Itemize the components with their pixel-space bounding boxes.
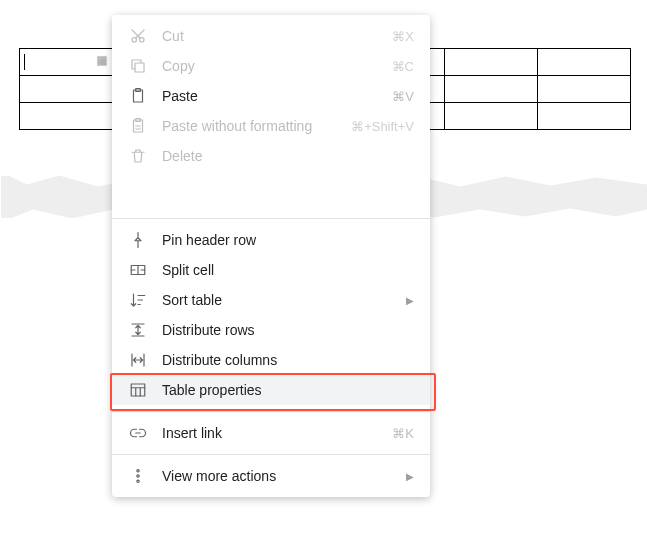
table-cell[interactable]: [20, 76, 114, 103]
menu-label: Paste without formatting: [162, 118, 341, 134]
menu-shortcut: ⌘X: [392, 29, 414, 44]
menu-label: Distribute columns: [162, 352, 414, 368]
menu-label: Copy: [162, 58, 382, 74]
menu-label: View more actions: [162, 468, 406, 484]
menu-item-cut: Cut ⌘X: [112, 21, 430, 51]
more-icon: [128, 466, 148, 486]
menu-label: Distribute rows: [162, 322, 414, 338]
menu-label: Paste: [162, 88, 382, 104]
menu-shortcut: ⌘C: [392, 59, 414, 74]
menu-shortcut: ⌘K: [392, 426, 414, 441]
menu-item-distribute-rows[interactable]: Distribute rows: [112, 315, 430, 345]
svg-point-9: [137, 470, 139, 472]
menu-shortcut: ⌘+Shift+V: [351, 119, 414, 134]
separator: [112, 411, 430, 412]
context-menu: Cut ⌘X Copy ⌘C Paste ⌘V Paste without fo…: [112, 15, 430, 497]
submenu-arrow-icon: ▶: [406, 471, 414, 482]
menu-label: Table properties: [162, 382, 414, 398]
svg-point-11: [137, 480, 139, 482]
table-icon: [128, 380, 148, 400]
split-cell-icon: [128, 260, 148, 280]
copy-icon: [128, 56, 148, 76]
scissors-icon: [128, 26, 148, 46]
table-cell[interactable]: [445, 49, 538, 76]
document-canvas: Cut ⌘X Copy ⌘C Paste ⌘V Paste without fo…: [0, 0, 647, 539]
trash-icon: [128, 146, 148, 166]
sort-icon: [128, 290, 148, 310]
menu-item-paste[interactable]: Paste ⌘V: [112, 81, 430, 111]
menu-label: Pin header row: [162, 232, 414, 248]
table-cell[interactable]: [20, 103, 114, 130]
submenu-arrow-icon: ▶: [406, 295, 414, 306]
table-cell[interactable]: [538, 103, 631, 130]
menu-label: Split cell: [162, 262, 414, 278]
clipboard-plain-icon: [128, 116, 148, 136]
distribute-columns-icon: [128, 350, 148, 370]
svg-point-10: [137, 475, 139, 477]
table-cell[interactable]: [538, 49, 631, 76]
menu-item-split-cell[interactable]: Split cell: [112, 255, 430, 285]
menu-label: Delete: [162, 148, 414, 164]
pin-icon: [128, 230, 148, 250]
menu-item-paste-without-formatting: Paste without formatting ⌘+Shift+V: [112, 111, 430, 141]
menu-item-pin-header-row[interactable]: Pin header row: [112, 225, 430, 255]
menu-item-copy: Copy ⌘C: [112, 51, 430, 81]
menu-shortcut: ⌘V: [392, 89, 414, 104]
distribute-rows-icon: [128, 320, 148, 340]
separator: [112, 218, 430, 219]
table-cell[interactable]: [20, 49, 114, 76]
menu-item-insert-link[interactable]: Insert link ⌘K: [112, 418, 430, 448]
svg-rect-8: [131, 384, 145, 396]
drag-handle-icon[interactable]: [95, 54, 109, 68]
menu-label: Cut: [162, 28, 382, 44]
table-cell[interactable]: [445, 76, 538, 103]
separator: [112, 454, 430, 455]
menu-label: Sort table: [162, 292, 406, 308]
table-cell[interactable]: [445, 103, 538, 130]
menu-item-table-properties[interactable]: Table properties: [112, 375, 430, 405]
svg-rect-2: [135, 63, 144, 72]
menu-item-distribute-columns[interactable]: Distribute columns: [112, 345, 430, 375]
clipboard-icon: [128, 86, 148, 106]
table-cell[interactable]: [538, 76, 631, 103]
menu-label: Insert link: [162, 425, 382, 441]
menu-item-view-more-actions[interactable]: View more actions ▶: [112, 461, 430, 491]
menu-item-delete: Delete: [112, 141, 430, 171]
link-icon: [128, 423, 148, 443]
text-cursor: [24, 54, 25, 70]
menu-item-sort-table[interactable]: Sort table ▶: [112, 285, 430, 315]
